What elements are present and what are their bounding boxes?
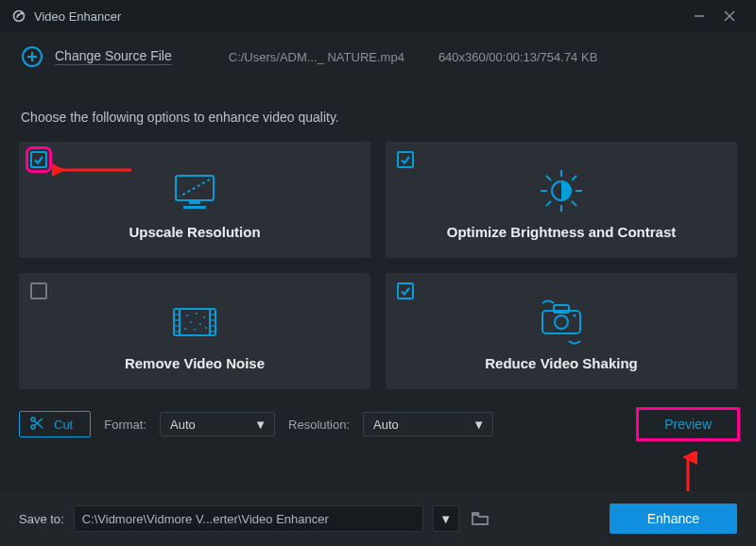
resolution-select[interactable]: Auto ▼ [363, 412, 493, 436]
cut-label: Cut [54, 418, 73, 432]
change-source-link[interactable]: Change Source File [55, 48, 172, 65]
annotation-arrow-preview [679, 452, 697, 493]
svg-point-32 [186, 315, 188, 316]
svg-point-43 [573, 314, 576, 316]
controls-row: Cut Format: Auto ▼ Resolution: Auto ▼ Pr… [19, 389, 737, 438]
checkbox-noise[interactable] [30, 282, 47, 299]
card-reduce-shaking[interactable]: Reduce Video Shaking [386, 273, 737, 389]
noise-icon [168, 297, 221, 348]
card-upscale-resolution[interactable]: Upscale Resolution [19, 142, 370, 258]
card-brightness-contrast[interactable]: Optimize Brightness and Contrast [386, 142, 737, 258]
card-label: Reduce Video Shaking [485, 355, 637, 371]
svg-line-19 [572, 176, 576, 180]
save-path-text: C:\Vidmore\Vidmore V...erter\Video Enhan… [82, 512, 329, 526]
add-file-icon[interactable] [21, 45, 43, 68]
bottom-bar: Save to: C:\Vidmore\Vidmore V...erter\Vi… [0, 491, 756, 546]
brightness-icon [537, 165, 586, 216]
instruction-text: Choose the following options to enhance … [19, 81, 737, 142]
source-bar: Change Source File C:/Users/ADM..._ NATU… [0, 32, 756, 81]
enhance-button[interactable]: Enhance [610, 503, 737, 534]
save-to-label: Save to: [19, 512, 64, 526]
upscale-icon [168, 165, 221, 216]
caret-down-icon: ▼ [439, 512, 452, 526]
svg-point-37 [184, 328, 186, 330]
open-folder-button[interactable] [469, 507, 491, 530]
svg-point-42 [555, 316, 568, 329]
svg-rect-11 [183, 206, 206, 209]
checkbox-upscale[interactable] [30, 151, 47, 168]
svg-point-34 [203, 316, 205, 318]
svg-point-39 [205, 327, 207, 329]
checkbox-brightness[interactable] [397, 151, 414, 168]
option-cards: Upscale Resolution Optimize [19, 142, 737, 389]
close-button[interactable] [714, 0, 745, 32]
svg-point-45 [31, 425, 35, 429]
source-file-path: C:/Users/ADM..._ NATURE.mp4 [229, 50, 404, 64]
svg-point-44 [31, 418, 35, 421]
resolution-label: Resolution: [288, 418, 350, 432]
annotation-highlight-preview: Preview [639, 410, 737, 438]
svg-point-38 [194, 329, 196, 331]
checkbox-shaking[interactable] [397, 282, 414, 299]
cut-button[interactable]: Cut [19, 411, 91, 437]
shaking-icon [533, 297, 590, 348]
scissors-icon [29, 416, 44, 434]
window-title: Video Enhancer [34, 9, 121, 24]
caret-down-icon: ▼ [472, 418, 485, 432]
svg-point-35 [190, 321, 192, 323]
svg-line-18 [572, 201, 576, 206]
svg-rect-10 [189, 200, 200, 204]
app-icon [11, 9, 26, 24]
svg-point-1 [21, 12, 24, 15]
save-path-input[interactable]: C:\Vidmore\Vidmore V...erter\Video Enhan… [74, 505, 423, 532]
svg-line-20 [546, 201, 551, 206]
title-bar: Video Enhancer [0, 0, 756, 32]
svg-line-17 [546, 176, 551, 180]
preview-button[interactable]: Preview [640, 411, 736, 437]
card-label: Remove Video Noise [125, 355, 265, 371]
resolution-value: Auto [373, 418, 399, 432]
source-file-meta: 640x360/00:00:13/754.74 KB [438, 50, 597, 64]
card-label: Optimize Brightness and Contrast [447, 224, 677, 240]
caret-down-icon: ▼ [254, 418, 266, 432]
svg-point-33 [196, 313, 198, 315]
card-remove-noise[interactable]: Remove Video Noise [19, 273, 370, 389]
card-label: Upscale Resolution [129, 224, 260, 240]
format-value: Auto [170, 418, 196, 432]
format-select[interactable]: Auto ▼ [160, 412, 275, 436]
save-path-dropdown[interactable]: ▼ [433, 505, 459, 532]
minimize-button[interactable] [684, 0, 714, 32]
format-label: Format: [104, 418, 146, 432]
svg-line-9 [180, 179, 210, 196]
svg-point-36 [199, 323, 201, 325]
